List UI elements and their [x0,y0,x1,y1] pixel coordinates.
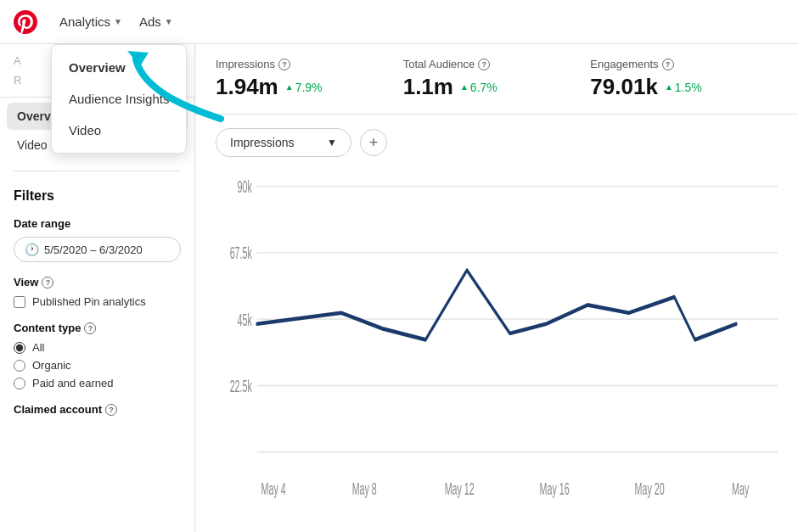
chart-area: Impressions ▼ + 90k 67.5k 45k [195,115,798,532]
sidebar-item-video-label: Video [17,138,48,152]
impressions-chart: 90k 67.5k 45k 22.5k May 4 May 8 May 12 M… [216,171,778,518]
dropdown-item-audience-insights[interactable]: Audience Insights [52,83,186,115]
filters-section: Filters Date range 🕐 5/5/2020 – 6/3/2020… [0,178,194,440]
view-filter: View ? Published Pin analytics [14,276,181,308]
date-range-label: Date range [14,217,181,230]
content-all-radio[interactable] [14,342,25,354]
impressions-stat: Impressions ? 1.94m 7.9% [216,58,403,100]
svg-text:90k: 90k [238,176,253,196]
svg-text:May 12: May 12 [445,479,475,498]
svg-text:May 8: May 8 [352,479,377,498]
content-type-label: Content type ? [14,322,181,334]
ads-chevron-icon: ▼ [165,17,173,26]
total-audience-help-icon[interactable]: ? [478,59,490,70]
engagements-help-icon[interactable]: ? [662,59,674,70]
claimed-account-label: Claimed account ? [14,403,181,416]
claimed-account-help-icon[interactable]: ? [105,404,117,416]
pinterest-logo[interactable] [14,10,37,34]
published-pin-checkbox[interactable] [14,296,25,308]
engagements-change: 1.5% [665,81,702,94]
metric-label: Impressions [230,136,294,149]
metric-chevron-icon: ▼ [327,137,337,148]
engagements-value: 79.01k 1.5% [590,74,778,100]
chart-controls: Impressions ▼ + [216,128,778,157]
svg-text:May 4: May 4 [261,479,286,498]
content-organic-label: Organic [32,359,71,372]
total-audience-stat: Total Audience ? 1.1m 6.7% [403,58,591,100]
content-type-help-icon[interactable]: ? [84,322,96,334]
content-all-item[interactable]: All [14,341,181,354]
analytics-label: Analytics [59,14,110,29]
impressions-help-icon[interactable]: ? [278,59,290,70]
stats-row: Impressions ? 1.94m 7.9% Total Audience … [195,44,798,115]
svg-text:May 16: May 16 [540,479,570,498]
filters-title: Filters [14,188,181,204]
impressions-value: 1.94m 7.9% [216,74,403,100]
svg-text:45k: 45k [238,310,253,329]
content-all-label: All [32,341,44,354]
add-metric-button[interactable]: + [360,129,387,156]
analytics-nav[interactable]: Analytics ▼ [51,9,131,34]
dropdown-item-overview[interactable]: Overview [52,52,186,83]
content-paid-item[interactable]: Paid and earned [14,377,181,389]
engagements-label: Engagements ? [590,58,778,70]
date-range-filter: Date range 🕐 5/5/2020 – 6/3/2020 [14,217,181,262]
content-organic-radio[interactable] [14,360,25,372]
dropdown-item-video[interactable]: Video [52,115,186,146]
date-range-value: 5/5/2020 – 6/3/2020 [44,244,143,256]
analytics-dropdown: Overview Audience Insights Video [51,44,187,154]
impressions-change: 7.9% [285,81,323,94]
content-paid-label: Paid and earned [32,377,113,389]
chart-container: 90k 67.5k 45k 22.5k May 4 May 8 May 12 M… [216,171,778,518]
svg-text:67.5k: 67.5k [230,244,253,263]
date-range-picker[interactable]: 🕐 5/5/2020 – 6/3/2020 [14,237,181,262]
ads-nav[interactable]: Ads ▼ [131,9,182,34]
ads-label: Ads [139,14,161,29]
svg-text:May: May [732,479,750,498]
svg-text:22.5k: 22.5k [230,376,253,395]
engagements-stat: Engagements ? 79.01k 1.5% [590,58,778,100]
content-organic-item[interactable]: Organic [14,359,181,372]
metric-selector[interactable]: Impressions ▼ [216,128,351,157]
total-audience-label: Total Audience ? [403,58,591,70]
published-pin-label: Published Pin analytics [32,295,146,308]
view-label: View ? [14,276,181,288]
content-paid-radio[interactable] [14,378,25,389]
total-audience-value: 1.1m 6.7% [403,74,591,100]
navbar: Analytics ▼ Ads ▼ [0,0,798,44]
claimed-account-filter: Claimed account ? [14,403,181,416]
total-audience-change: 6.7% [460,81,497,94]
analytics-chevron-icon: ▼ [114,17,122,26]
published-pin-checkbox-item[interactable]: Published Pin analytics [14,295,181,308]
impressions-label: Impressions ? [216,58,403,70]
sidebar-divider [14,171,181,171]
clock-icon: 🕐 [25,243,39,256]
content-type-filter: Content type ? All Organic Paid and earn… [14,322,181,389]
main-content: Impressions ? 1.94m 7.9% Total Audience … [195,44,798,532]
svg-text:May 20: May 20 [635,479,665,498]
view-help-icon[interactable]: ? [42,277,53,288]
